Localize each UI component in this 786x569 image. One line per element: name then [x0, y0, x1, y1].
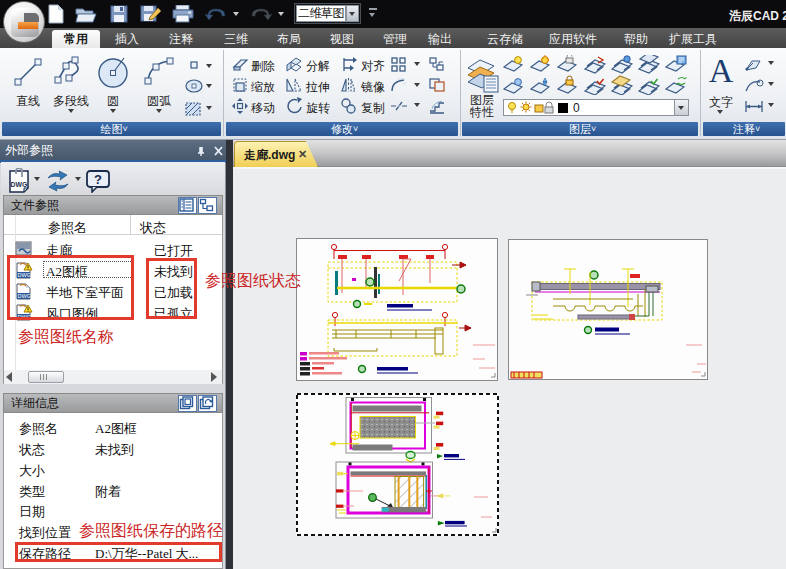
- svg-text:?: ?: [94, 172, 102, 187]
- svg-text:DWG: DWG: [11, 181, 28, 188]
